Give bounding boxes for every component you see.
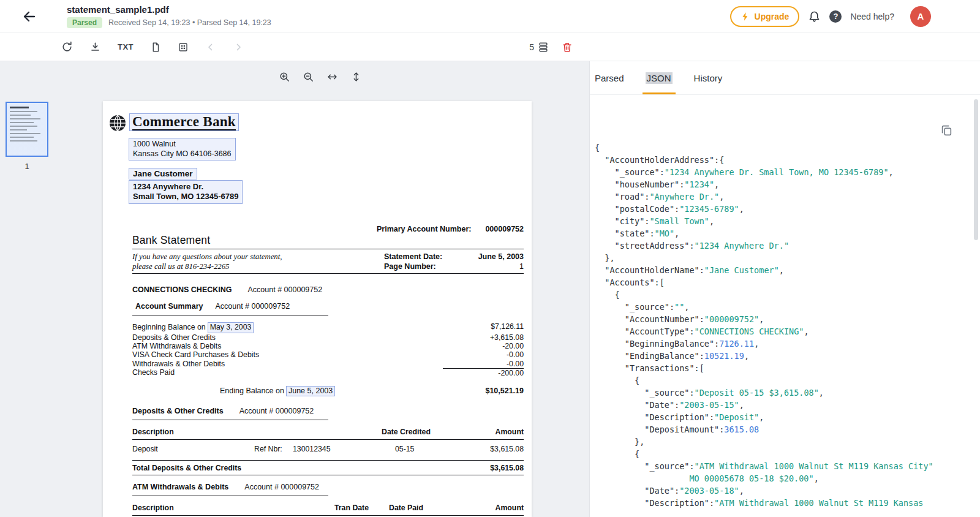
deposit-amount: $3,615.08 <box>459 445 524 453</box>
lightning-icon <box>741 12 750 21</box>
upgrade-button[interactable]: Upgrade <box>730 6 800 27</box>
copy-icon <box>940 124 953 137</box>
document-page: Commerce Bank 1000 Walnut Kansas City MO… <box>103 101 532 517</box>
summary-row: Withdrawals & Other Debits-0.00 <box>132 360 524 368</box>
download-icon <box>89 41 101 53</box>
deposits-account-number: Account # 000009752 <box>239 407 314 415</box>
txt-export-button[interactable]: TXT <box>118 42 134 51</box>
code-line: "Description":"ATM Withdrawal 1000 Walnu… <box>595 497 968 509</box>
zoom-in-icon <box>279 71 290 83</box>
statement-date-label: Statement Date: <box>384 252 442 262</box>
delete-button[interactable] <box>562 42 573 53</box>
code-line: "_source":"", <box>595 301 968 313</box>
total-deposits-row: Total Deposits & Other Credits $3,615.08 <box>132 461 524 475</box>
notifications-button[interactable] <box>808 10 821 23</box>
ending-balance-value: $10,521.19 <box>485 387 524 395</box>
next-document-button[interactable] <box>233 42 244 53</box>
fit-width-button[interactable] <box>326 71 338 83</box>
zoom-out-icon <box>303 71 314 83</box>
code-line: "Date":"2003-05-18", <box>595 485 968 497</box>
code-line: "DepositAmount":3615.08 <box>595 423 968 436</box>
ref-number-label: Ref Nbr: <box>254 445 282 453</box>
code-line: "AccountHolderName":"Jane Customer", <box>595 264 968 276</box>
trash-icon <box>562 42 573 53</box>
pdf-viewer: 1 Commerce Bank 1000 Walnut Kansas City … <box>0 61 590 517</box>
credits-button[interactable]: 5 <box>529 41 549 53</box>
customer-address-field[interactable]: 1234 Anywhere Dr. Small Town, MO 12345-6… <box>129 180 243 204</box>
panel-scrollbar[interactable] <box>974 99 978 240</box>
globe-logo-icon <box>108 113 127 133</box>
document-title: statement_sample1.pdf <box>67 4 271 15</box>
question-mark-icon: ? <box>829 10 842 23</box>
fit-height-icon <box>350 71 362 83</box>
account-summary-number: Account # 000009752 <box>215 302 290 311</box>
page-number-value: 1 <box>519 262 524 271</box>
page-thumbnail[interactable] <box>6 102 48 157</box>
bank-address-field[interactable]: 1000 Walnut Kansas City MO 64106-3686 <box>129 138 236 160</box>
statement-title: Bank Statement <box>132 234 524 247</box>
ocr-button[interactable] <box>178 42 189 53</box>
summary-row: Beginning Balance onMay 3, 2003$7,126.11 <box>132 322 524 333</box>
download-button[interactable] <box>89 41 101 53</box>
zoom-in-button[interactable] <box>279 71 290 83</box>
code-line: { <box>595 374 968 387</box>
code-line: "Description":"Deposit", <box>595 411 968 423</box>
code-line: "_source":"Deposit 05-15 $3,615.08", <box>595 387 968 399</box>
customer-name-field[interactable]: Jane Customer <box>129 168 197 179</box>
tab-history[interactable]: History <box>694 61 723 94</box>
ending-date-field[interactable]: June 5, 2003 <box>286 386 335 397</box>
tab-json[interactable]: JSON <box>646 61 673 94</box>
refresh-icon <box>61 41 73 53</box>
reparse-button[interactable] <box>61 41 73 53</box>
code-line: "_source":"1234 Anywhere Dr. Small Town,… <box>595 166 968 178</box>
code-line: }, <box>595 436 968 448</box>
code-line: "road":"Anywhere Dr.", <box>595 191 968 203</box>
code-line: { <box>595 289 968 301</box>
help-button[interactable]: ? <box>829 10 842 23</box>
bank-logo-field[interactable]: Commerce Bank <box>129 113 239 131</box>
deposit-date: 05-15 <box>379 445 459 453</box>
deposit-row: Deposit Ref Nbr: 130012345 05-15 $3,615.… <box>132 445 524 453</box>
atm-section-title: ATM Withdrawals & Debits <box>132 483 228 491</box>
need-help-link[interactable]: Need help? <box>850 12 894 21</box>
tab-parsed[interactable]: Parsed <box>595 61 624 94</box>
arrow-left-icon <box>22 9 37 24</box>
atm-account-number: Account # 000009752 <box>244 483 319 491</box>
summary-row: Deposits & Other Credits+3,615.08 <box>132 333 524 342</box>
user-avatar[interactable]: A <box>910 6 931 27</box>
account-summary-title: Account Summary <box>135 302 203 311</box>
back-button[interactable] <box>21 8 38 25</box>
primary-account-value: 000009752 <box>485 225 524 233</box>
status-badge: Parsed <box>67 17 102 28</box>
beginning-date-field[interactable]: May 3, 2003 <box>208 322 254 333</box>
ref-number-value: 130012345 <box>293 445 331 453</box>
account-number: Account # 000009752 <box>248 285 323 294</box>
json-code: { "AccountHolderAddress":{ "_source":"12… <box>590 95 980 509</box>
copy-json-button[interactable] <box>940 124 953 137</box>
code-line: { <box>595 142 968 154</box>
document-view-button[interactable] <box>150 42 161 53</box>
summary-row: VISA Check Card Purchases & Debits-0.00 <box>132 350 524 359</box>
fit-height-button[interactable] <box>350 71 362 83</box>
chevron-left-icon <box>205 42 216 53</box>
bell-icon <box>808 10 821 23</box>
zoom-out-button[interactable] <box>303 71 314 83</box>
deposits-section-title: Deposits & Other Credits <box>132 407 224 415</box>
code-line: "streetAddress":"1234 Anywhere Dr." <box>595 240 968 252</box>
result-tabs: Parsed JSON History <box>590 61 980 95</box>
document-toolbar: TXT 5 <box>0 33 980 61</box>
top-header: statement_sample1.pdf Parsed Received Se… <box>0 0 980 33</box>
code-line: "AccountHolderAddress":{ <box>595 154 968 166</box>
code-line: "state":"MO", <box>595 227 968 240</box>
deposit-description: Deposit <box>132 445 158 453</box>
chevron-right-icon <box>233 42 244 53</box>
questions-note: If you have any questions about your sta… <box>132 252 384 272</box>
code-line: "Accounts":[ <box>595 276 968 289</box>
summary-row: Checks Paid-200.00 <box>132 368 524 377</box>
previous-document-button[interactable] <box>205 42 216 53</box>
code-line: "AccountType":"CONNECTIONS CHECKING", <box>595 325 968 338</box>
thumbnail-page-number: 1 <box>5 162 49 171</box>
account-type: CONNECTIONS CHECKING <box>132 285 232 294</box>
code-line: "Transactions":[ <box>595 362 968 374</box>
page-number-label: Page Number: <box>384 262 436 271</box>
